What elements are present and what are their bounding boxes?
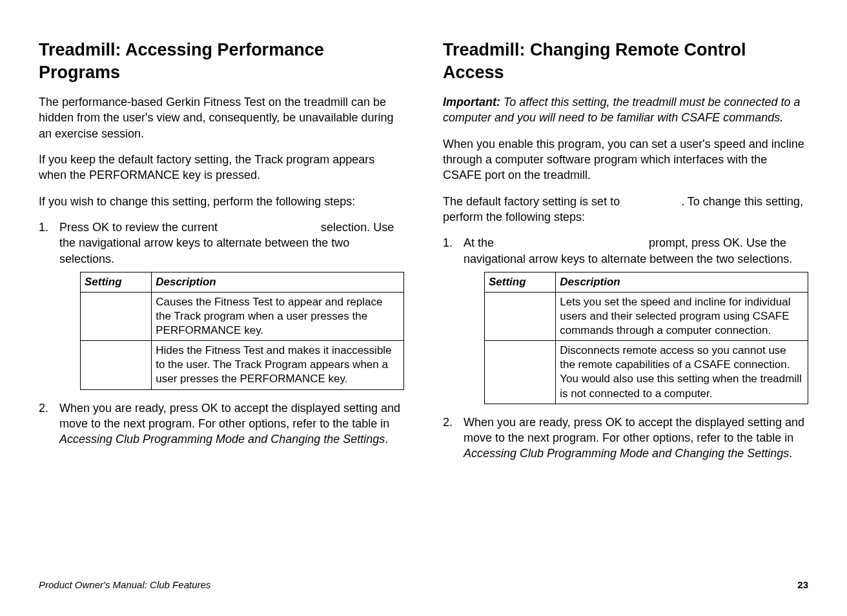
right-para-1: When you enable this program, you can se… <box>443 136 808 183</box>
left-step-2: When you are ready, press OK to accept t… <box>39 400 404 447</box>
left-settings-table: Setting Description Causes the Fitness T… <box>80 272 404 390</box>
left-steps-list: Press OK to review the current selection… <box>39 220 404 447</box>
left-step-1: Press OK to review the current selection… <box>39 220 404 390</box>
table-header-setting: Setting <box>485 272 556 292</box>
table-header-setting: Setting <box>81 272 152 292</box>
right-para-2a: The default factory setting is set to <box>443 195 623 208</box>
table-header-description: Description <box>152 272 404 292</box>
right-important-note: Important: To affect this setting, the t… <box>443 94 808 126</box>
right-para-2: The default factory setting is set to . … <box>443 194 808 225</box>
right-step-1-text-b: prompt, press OK. Use the navigational a… <box>464 236 792 265</box>
right-settings-table: Setting Description Lets you set the spe… <box>484 272 808 404</box>
footer-title: Product Owner's Manual: Club Features <box>39 579 210 590</box>
table-row: Causes the Fitness Test to appear and re… <box>81 292 404 340</box>
right-steps-list: At the prompt, press OK. Use the navigat… <box>443 235 808 461</box>
table-cell-setting <box>81 292 152 340</box>
left-para-1: The performance-based Gerkin Fitness Tes… <box>39 94 404 141</box>
right-step-2: When you are ready, press OK to accept t… <box>443 415 808 462</box>
right-step-2-text-c: . <box>789 447 792 460</box>
table-cell-setting <box>485 292 556 340</box>
table-row: Lets you set the speed and incline for i… <box>485 292 808 340</box>
left-column: Treadmill: Accessing Performance Program… <box>39 39 404 568</box>
right-step-1-text-a: At the <box>464 236 497 249</box>
table-cell-description: Causes the Fitness Test to appear and re… <box>152 292 404 340</box>
table-cell-setting <box>485 341 556 404</box>
right-step-2-text-a: When you are ready, press OK to accept t… <box>464 416 804 444</box>
table-row: Hides the Fitness Test and makes it inac… <box>81 341 404 389</box>
left-step-1-text-a: Press OK to review the current <box>59 221 221 234</box>
left-para-3: If you wish to change this setting, perf… <box>39 194 404 209</box>
important-label: Important: <box>443 96 500 108</box>
left-step-2-ref: Accessing Club Programming Mode and Chan… <box>59 433 385 446</box>
table-cell-setting <box>81 341 152 389</box>
table-row: Disconnects remote access so you cannot … <box>485 341 808 404</box>
page-footer: Product Owner's Manual: Club Features 23 <box>39 579 808 590</box>
table-cell-description: Lets you set the speed and incline for i… <box>556 292 808 340</box>
page-number: 23 <box>797 579 808 590</box>
left-step-2-text-c: . <box>385 433 388 446</box>
right-step-2-ref: Accessing Club Programming Mode and Chan… <box>464 447 789 460</box>
right-step-1: At the prompt, press OK. Use the navigat… <box>443 235 808 404</box>
right-column: Treadmill: Changing Remote Control Acces… <box>443 39 808 568</box>
right-heading: Treadmill: Changing Remote Control Acces… <box>443 39 808 84</box>
table-header-description: Description <box>556 272 808 292</box>
left-step-2-text-a: When you are ready, press OK to accept t… <box>59 402 400 430</box>
page-columns: Treadmill: Accessing Performance Program… <box>39 39 808 568</box>
left-heading: Treadmill: Accessing Performance Program… <box>39 39 404 84</box>
left-para-2: If you keep the default factory setting,… <box>39 152 404 183</box>
table-cell-description: Hides the Fitness Test and makes it inac… <box>152 341 404 389</box>
table-cell-description: Disconnects remote access so you cannot … <box>556 341 808 404</box>
table-header-row: Setting Description <box>485 272 808 292</box>
table-header-row: Setting Description <box>81 272 404 292</box>
